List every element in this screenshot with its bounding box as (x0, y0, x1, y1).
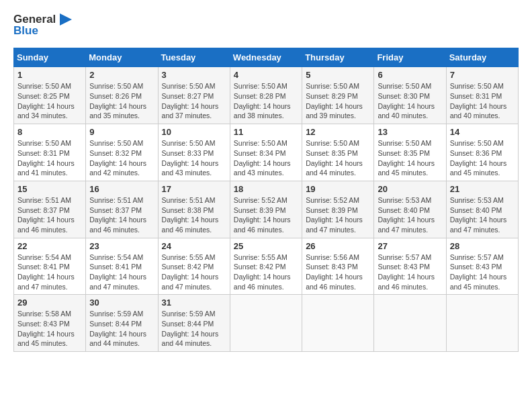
calendar-day-cell: 12 Sunrise: 5:50 AM Sunset: 8:35 PM Dayl… (302, 124, 374, 181)
calendar-day-cell: 29 Sunrise: 5:58 AM Sunset: 8:43 PM Dayl… (14, 295, 86, 352)
day-number: 20 (378, 184, 442, 194)
day-number: 26 (306, 241, 370, 251)
calendar-day-cell: 27 Sunrise: 5:57 AM Sunset: 8:43 PM Dayl… (374, 238, 446, 295)
day-number: 28 (450, 241, 515, 251)
logo: General Blue (13, 13, 72, 37)
calendar-day-cell: 5 Sunrise: 5:50 AM Sunset: 8:29 PM Dayli… (302, 67, 374, 124)
day-number: 10 (162, 127, 226, 137)
calendar-day-cell: 4 Sunrise: 5:50 AM Sunset: 8:28 PM Dayli… (230, 67, 302, 124)
page-header: General Blue (13, 13, 519, 37)
calendar-day-cell: 20 Sunrise: 5:53 AM Sunset: 8:40 PM Dayl… (374, 181, 446, 238)
day-info: Sunrise: 5:50 AM Sunset: 8:34 PM Dayligh… (234, 138, 298, 178)
day-number: 3 (162, 70, 226, 80)
calendar-day-cell (230, 295, 302, 352)
day-number: 17 (162, 184, 226, 194)
calendar-day-header: Friday (374, 48, 446, 67)
calendar-day-cell: 16 Sunrise: 5:51 AM Sunset: 8:37 PM Dayl… (86, 181, 158, 238)
calendar-week-row: 15 Sunrise: 5:51 AM Sunset: 8:37 PM Dayl… (14, 181, 519, 238)
calendar-day-header: Thursday (302, 48, 374, 67)
calendar-day-header: Wednesday (230, 48, 302, 67)
calendar-day-cell: 1 Sunrise: 5:50 AM Sunset: 8:25 PM Dayli… (14, 67, 86, 124)
calendar-day-cell: 13 Sunrise: 5:50 AM Sunset: 8:35 PM Dayl… (374, 124, 446, 181)
day-info: Sunrise: 5:50 AM Sunset: 8:35 PM Dayligh… (378, 138, 442, 178)
day-info: Sunrise: 5:50 AM Sunset: 8:32 PM Dayligh… (89, 138, 154, 178)
calendar-day-cell: 2 Sunrise: 5:50 AM Sunset: 8:26 PM Dayli… (86, 67, 158, 124)
calendar-day-cell: 31 Sunrise: 5:59 AM Sunset: 8:44 PM Dayl… (158, 295, 230, 352)
calendar-day-cell: 24 Sunrise: 5:55 AM Sunset: 8:42 PM Dayl… (158, 238, 230, 295)
day-info: Sunrise: 5:52 AM Sunset: 8:39 PM Dayligh… (234, 195, 298, 235)
calendar-day-cell: 17 Sunrise: 5:51 AM Sunset: 8:38 PM Dayl… (158, 181, 230, 238)
day-info: Sunrise: 5:57 AM Sunset: 8:43 PM Dayligh… (378, 253, 442, 292)
day-info: Sunrise: 5:50 AM Sunset: 8:31 PM Dayligh… (450, 81, 515, 121)
calendar-day-header: Sunday (14, 48, 86, 67)
calendar-week-row: 29 Sunrise: 5:58 AM Sunset: 8:43 PM Dayl… (14, 295, 519, 352)
day-info: Sunrise: 5:50 AM Sunset: 8:26 PM Dayligh… (89, 81, 154, 121)
day-info: Sunrise: 5:56 AM Sunset: 8:43 PM Dayligh… (306, 253, 370, 292)
calendar-day-header: Saturday (446, 48, 518, 67)
svg-marker-0 (60, 13, 72, 26)
day-info: Sunrise: 5:53 AM Sunset: 8:40 PM Dayligh… (450, 195, 515, 235)
day-number: 19 (306, 184, 370, 194)
day-number: 11 (234, 127, 298, 137)
day-number: 25 (234, 241, 298, 251)
day-number: 23 (89, 241, 154, 251)
calendar-day-header: Tuesday (158, 48, 230, 67)
day-number: 30 (89, 298, 154, 308)
day-number: 31 (162, 298, 226, 308)
day-number: 27 (378, 241, 442, 251)
calendar-day-cell: 25 Sunrise: 5:55 AM Sunset: 8:42 PM Dayl… (230, 238, 302, 295)
day-number: 12 (306, 127, 370, 137)
calendar-day-cell (446, 295, 518, 352)
calendar-day-cell (302, 295, 374, 352)
calendar-day-cell: 14 Sunrise: 5:50 AM Sunset: 8:36 PM Dayl… (446, 124, 518, 181)
calendar-day-cell: 3 Sunrise: 5:50 AM Sunset: 8:27 PM Dayli… (158, 67, 230, 124)
day-number: 6 (378, 70, 442, 80)
day-number: 22 (17, 241, 82, 251)
day-number: 7 (450, 70, 515, 80)
day-info: Sunrise: 5:50 AM Sunset: 8:29 PM Dayligh… (306, 81, 370, 121)
calendar-day-cell: 23 Sunrise: 5:54 AM Sunset: 8:41 PM Dayl… (86, 238, 158, 295)
day-info: Sunrise: 5:50 AM Sunset: 8:35 PM Dayligh… (306, 138, 370, 178)
calendar-day-cell: 30 Sunrise: 5:59 AM Sunset: 8:44 PM Dayl… (86, 295, 158, 352)
calendar-week-row: 22 Sunrise: 5:54 AM Sunset: 8:41 PM Dayl… (14, 238, 519, 295)
day-info: Sunrise: 5:55 AM Sunset: 8:42 PM Dayligh… (162, 253, 226, 292)
day-number: 2 (89, 70, 154, 80)
day-number: 24 (162, 241, 226, 251)
day-info: Sunrise: 5:58 AM Sunset: 8:43 PM Dayligh… (17, 309, 82, 349)
day-number: 15 (17, 184, 82, 194)
day-info: Sunrise: 5:59 AM Sunset: 8:44 PM Dayligh… (89, 309, 154, 349)
calendar-day-cell: 7 Sunrise: 5:50 AM Sunset: 8:31 PM Dayli… (446, 67, 518, 124)
day-number: 5 (306, 70, 370, 80)
calendar-day-cell: 8 Sunrise: 5:50 AM Sunset: 8:31 PM Dayli… (14, 124, 86, 181)
logo-arrow-icon (57, 13, 72, 26)
day-number: 16 (89, 184, 154, 194)
day-number: 18 (234, 184, 298, 194)
calendar-day-cell: 21 Sunrise: 5:53 AM Sunset: 8:40 PM Dayl… (446, 181, 518, 238)
calendar-day-cell: 11 Sunrise: 5:50 AM Sunset: 8:34 PM Dayl… (230, 124, 302, 181)
calendar-week-row: 1 Sunrise: 5:50 AM Sunset: 8:25 PM Dayli… (14, 67, 519, 124)
calendar-day-cell: 9 Sunrise: 5:50 AM Sunset: 8:32 PM Dayli… (86, 124, 158, 181)
day-number: 4 (234, 70, 298, 80)
day-info: Sunrise: 5:50 AM Sunset: 8:27 PM Dayligh… (162, 81, 226, 121)
day-info: Sunrise: 5:50 AM Sunset: 8:30 PM Dayligh… (378, 81, 442, 121)
day-info: Sunrise: 5:51 AM Sunset: 8:38 PM Dayligh… (162, 195, 226, 235)
day-number: 9 (89, 127, 154, 137)
day-number: 21 (450, 184, 515, 194)
day-info: Sunrise: 5:54 AM Sunset: 8:41 PM Dayligh… (17, 253, 82, 292)
day-info: Sunrise: 5:50 AM Sunset: 8:28 PM Dayligh… (234, 81, 298, 121)
calendar-table: SundayMondayTuesdayWednesdayThursdayFrid… (13, 48, 519, 352)
day-info: Sunrise: 5:53 AM Sunset: 8:40 PM Dayligh… (378, 195, 442, 235)
day-number: 1 (17, 70, 82, 80)
calendar-day-header: Monday (86, 48, 158, 67)
day-info: Sunrise: 5:55 AM Sunset: 8:42 PM Dayligh… (234, 253, 298, 292)
calendar-day-cell: 19 Sunrise: 5:52 AM Sunset: 8:39 PM Dayl… (302, 181, 374, 238)
calendar-header-row: SundayMondayTuesdayWednesdayThursdayFrid… (14, 48, 519, 67)
day-info: Sunrise: 5:51 AM Sunset: 8:37 PM Dayligh… (17, 195, 82, 235)
day-number: 14 (450, 127, 515, 137)
day-number: 8 (17, 127, 82, 137)
day-info: Sunrise: 5:50 AM Sunset: 8:33 PM Dayligh… (162, 138, 226, 178)
calendar-day-cell: 18 Sunrise: 5:52 AM Sunset: 8:39 PM Dayl… (230, 181, 302, 238)
day-info: Sunrise: 5:54 AM Sunset: 8:41 PM Dayligh… (89, 253, 154, 292)
calendar-day-cell: 22 Sunrise: 5:54 AM Sunset: 8:41 PM Dayl… (14, 238, 86, 295)
day-info: Sunrise: 5:50 AM Sunset: 8:36 PM Dayligh… (450, 138, 515, 178)
